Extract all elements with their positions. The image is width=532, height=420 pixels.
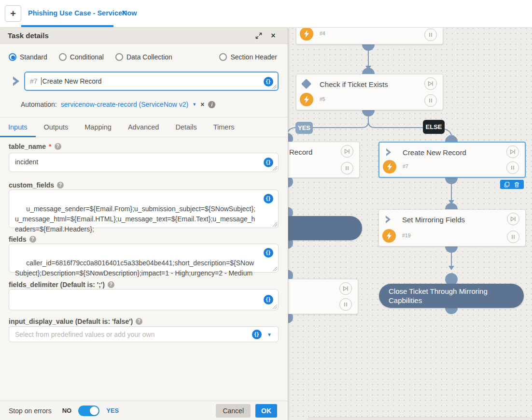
task-node-partial-bottom[interactable]: [288, 279, 358, 314]
panel-tabs: Inputs Outputs Mapping Advanced Details …: [0, 117, 288, 137]
info-icon[interactable]: i: [208, 101, 215, 108]
active-tab-underline: [21, 25, 113, 27]
expand-icon[interactable]: [255, 32, 263, 40]
skip-icon[interactable]: [341, 145, 353, 158]
pause-icon[interactable]: [424, 94, 437, 107]
task-title: Record: [289, 148, 312, 156]
radio-section-header[interactable]: Section Header: [219, 53, 277, 61]
pause-icon[interactable]: [424, 29, 437, 41]
playbook-tab[interactable]: Phishing Use Case - ServiceNow: [28, 9, 137, 17]
curly-braces-icon[interactable]: {}: [264, 77, 273, 87]
tab-details[interactable]: Details: [167, 117, 205, 137]
field-label-text: custom_fields: [9, 181, 54, 189]
radio-section-header-label: Section Header: [230, 53, 277, 61]
automation-bolt-icon: [300, 93, 313, 106]
radio-data-collection[interactable]: Data Collection: [115, 53, 172, 61]
radio-standard-label: Standard: [20, 53, 47, 61]
node-action-toolbar: [500, 180, 524, 189]
task-node-4[interactable]: #4: [296, 28, 443, 44]
toggle-knob: [90, 406, 98, 415]
playbook-tab-bar: + Phishing Use Case - ServiceNow ×: [0, 0, 532, 28]
toggle-yes-label[interactable]: YES: [106, 407, 119, 414]
task-title: Create New Record: [403, 148, 466, 157]
help-icon[interactable]: ?: [136, 318, 142, 325]
tab-mapping[interactable]: Mapping: [76, 117, 120, 137]
table-name-value: incident: [15, 158, 38, 166]
branch-label-yes[interactable]: YES: [295, 122, 313, 134]
panel-close-icon[interactable]: ×: [269, 32, 277, 40]
curly-braces-icon[interactable]: {}: [264, 194, 273, 203]
resize-handle[interactable]: [272, 85, 277, 89]
automation-caret-icon[interactable]: ▼: [192, 102, 196, 107]
tab-advanced[interactable]: Advanced: [120, 117, 168, 137]
automation-bolt-icon: [383, 160, 396, 174]
copy-icon[interactable]: [504, 182, 510, 188]
automation-link[interactable]: servicenow-create-record (ServiceNow v2): [61, 101, 189, 108]
tab-timers[interactable]: Timers: [205, 117, 243, 137]
task-node-check-ticket[interactable]: Check if Ticket Exists #5: [296, 74, 443, 110]
task-node-create-record[interactable]: Create New Record #7: [378, 142, 526, 178]
stop-on-errors-toggle[interactable]: [78, 406, 99, 416]
radio-conditional[interactable]: Conditional: [59, 53, 104, 61]
curly-braces-icon[interactable]: {}: [264, 158, 273, 167]
branch-label-else[interactable]: ELSE: [423, 120, 445, 134]
help-icon[interactable]: ?: [55, 143, 61, 150]
field-label-text: fields: [9, 235, 27, 243]
curly-braces-icon[interactable]: {}: [264, 248, 273, 258]
condition-diamond-icon: [301, 79, 311, 89]
tab-close-icon[interactable]: ×: [122, 9, 126, 17]
curly-braces-icon[interactable]: {}: [264, 295, 273, 304]
ok-button[interactable]: OK: [255, 404, 277, 418]
task-node-record-partial[interactable]: Record: [288, 142, 360, 178]
skip-icon[interactable]: [424, 77, 437, 90]
pause-icon[interactable]: [506, 161, 519, 174]
resize-handle[interactable]: [273, 166, 277, 171]
resize-handle[interactable]: [273, 267, 277, 271]
field-label-text: input_display_value (Default is: 'false'…: [9, 318, 133, 325]
new-tab-button[interactable]: +: [5, 5, 21, 22]
toggle-no-label[interactable]: NO: [62, 407, 72, 414]
select-caret-icon[interactable]: ▼: [267, 332, 272, 337]
resize-handle[interactable]: [273, 222, 277, 227]
radio-standard[interactable]: Standard: [9, 53, 47, 61]
delete-icon[interactable]: [514, 182, 520, 188]
task-id: #7: [403, 163, 408, 169]
fields-input[interactable]: caller_id=6816f79cc0a8016401c5a33be04be4…: [9, 244, 279, 273]
radio-conditional-control: [59, 53, 67, 61]
chevron-right-icon: [385, 215, 392, 226]
pause-icon[interactable]: [507, 231, 519, 243]
automation-bolt-icon: [300, 28, 313, 41]
radio-section-header-control: [219, 53, 227, 61]
radio-standard-control: [9, 53, 16, 61]
input-display-value-select[interactable]: {} ▼: [9, 326, 279, 342]
task-name-input[interactable]: #7 Create New Record {}: [24, 72, 279, 91]
task-node-partial-bottom-edge[interactable]: [307, 417, 532, 420]
cancel-button[interactable]: Cancel: [216, 404, 251, 418]
tab-outputs[interactable]: Outputs: [36, 117, 77, 137]
task-node-set-mirroring[interactable]: Set Mirroring Fields #19: [378, 209, 526, 246]
skip-icon[interactable]: [506, 145, 519, 158]
table-name-input[interactable]: incident {}: [9, 153, 279, 172]
workflow-canvas[interactable]: #4 Check if Ticket Exists #5 YES ELSE Re…: [288, 28, 532, 420]
skip-icon[interactable]: [339, 282, 352, 295]
pause-icon[interactable]: [339, 298, 352, 311]
automation-bolt-icon: [382, 229, 396, 243]
help-icon[interactable]: ?: [57, 182, 64, 188]
help-icon[interactable]: ?: [29, 236, 36, 243]
task-title: Set Mirroring Fields: [402, 216, 465, 224]
help-icon[interactable]: ?: [108, 281, 114, 288]
tab-inputs[interactable]: Inputs: [0, 117, 36, 137]
section-pill-partial[interactable]: [288, 216, 362, 240]
skip-icon[interactable]: [507, 213, 519, 225]
input-display-value-field[interactable]: [15, 331, 249, 338]
chevron-right-icon: [385, 148, 392, 159]
task-type-chevron-icon: [12, 75, 21, 89]
custom-fields-input[interactable]: u_message_sender=${Email.From};u_submiss…: [9, 189, 279, 228]
pause-icon[interactable]: [341, 162, 353, 174]
section-pill-close-ticket[interactable]: Close Ticket Through Mirroring Capbiliti…: [379, 284, 524, 308]
fields-delimiter-label: fields_delimiter (Default is: ';') ?: [9, 281, 114, 289]
resize-handle[interactable]: [273, 304, 277, 309]
curly-braces-icon[interactable]: {}: [252, 330, 262, 339]
automation-remove-icon[interactable]: ×: [200, 101, 204, 108]
fields-delimiter-input[interactable]: {}: [9, 289, 279, 310]
